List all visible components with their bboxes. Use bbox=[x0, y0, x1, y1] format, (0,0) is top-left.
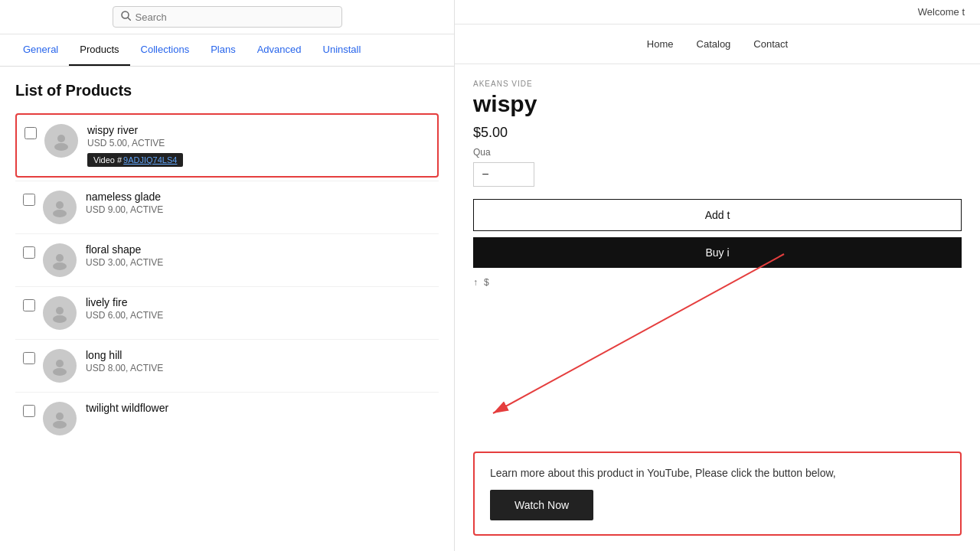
product-brand: AKEANS VIDE bbox=[473, 80, 962, 88]
svg-point-3 bbox=[54, 143, 68, 151]
svg-point-11 bbox=[53, 368, 67, 376]
search-bar bbox=[0, 0, 454, 34]
svg-point-8 bbox=[56, 307, 64, 315]
product-meta-5: USD 8.00, ACTIVE bbox=[86, 363, 431, 373]
svg-point-6 bbox=[56, 254, 64, 262]
product-item-lively-fire: lively fire USD 6.00, ACTIVE bbox=[15, 286, 439, 339]
product-checkbox-6[interactable] bbox=[23, 405, 35, 417]
quantity-control: − bbox=[473, 162, 534, 187]
products-section: List of Products wispy river USD 5.00, A… bbox=[0, 67, 454, 551]
svg-point-0 bbox=[122, 11, 129, 18]
youtube-box: Learn more about this product in YouTube… bbox=[473, 452, 962, 536]
product-name-2: nameless glade bbox=[86, 191, 431, 203]
tab-advanced[interactable]: Advanced bbox=[247, 34, 312, 66]
right-panel: Welcome t Home Catalog Contact AKEANS VI… bbox=[455, 0, 980, 551]
product-name-5: long hill bbox=[86, 349, 431, 361]
youtube-box-text: Learn more about this product in YouTube… bbox=[490, 467, 945, 479]
video-id-link-1[interactable]: 9ADJIQ74LS4 bbox=[123, 155, 177, 165]
svg-point-7 bbox=[53, 262, 67, 270]
svg-point-9 bbox=[53, 315, 67, 323]
tab-uninstall[interactable]: Uninstall bbox=[312, 34, 372, 66]
product-detail: AKEANS VIDE wispy $5.00 Qua − Add t Buy … bbox=[455, 64, 980, 452]
shop-nav: Home Catalog Contact bbox=[455, 24, 980, 64]
product-info-3: floral shape USD 3.00, ACTIVE bbox=[86, 243, 431, 268]
product-name-3: floral shape bbox=[86, 243, 431, 256]
product-item-long-hill: long hill USD 8.00, ACTIVE bbox=[15, 339, 439, 392]
product-name-4: lively fire bbox=[86, 296, 431, 308]
product-checkbox-2[interactable] bbox=[23, 194, 35, 206]
quantity-label: Qua bbox=[473, 147, 962, 158]
share-text: $ bbox=[484, 277, 489, 288]
product-checkbox-4[interactable] bbox=[23, 299, 35, 311]
video-badge-label: Video # bbox=[93, 155, 122, 165]
svg-point-5 bbox=[53, 210, 67, 217]
add-to-cart-button[interactable]: Add t bbox=[473, 199, 962, 231]
product-item-floral-shape: floral shape USD 3.00, ACTIVE bbox=[15, 233, 439, 286]
product-meta-2: USD 9.00, ACTIVE bbox=[86, 204, 431, 215]
products-title: List of Products bbox=[15, 82, 439, 99]
nav-contact[interactable]: Contact bbox=[753, 38, 788, 50]
product-avatar-1 bbox=[44, 124, 78, 158]
left-panel: General Products Collections Plans Advan… bbox=[0, 0, 455, 551]
product-detail-price: $5.00 bbox=[473, 125, 962, 141]
svg-point-2 bbox=[57, 135, 65, 142]
search-input[interactable] bbox=[136, 11, 334, 23]
nav-home[interactable]: Home bbox=[647, 38, 674, 50]
tab-collections[interactable]: Collections bbox=[130, 34, 201, 66]
search-wrapper bbox=[113, 6, 342, 28]
product-info-5: long hill USD 8.00, ACTIVE bbox=[86, 349, 431, 373]
svg-point-12 bbox=[56, 412, 64, 420]
product-name-1: wispy river bbox=[87, 124, 430, 136]
product-item-twilight-wildflower: twilight wildflower bbox=[15, 392, 439, 445]
product-meta-3: USD 3.00, ACTIVE bbox=[86, 257, 431, 268]
svg-point-4 bbox=[56, 201, 64, 209]
product-avatar-5 bbox=[43, 349, 77, 383]
svg-line-1 bbox=[128, 18, 131, 21]
product-item-wispy-river: wispy river USD 5.00, ACTIVE Video # 9AD… bbox=[15, 113, 439, 178]
tab-products[interactable]: Products bbox=[69, 34, 129, 66]
product-info-2: nameless glade USD 9.00, ACTIVE bbox=[86, 191, 431, 215]
svg-point-13 bbox=[53, 421, 67, 429]
svg-point-10 bbox=[56, 360, 64, 367]
buy-now-button[interactable]: Buy i bbox=[473, 237, 962, 268]
product-checkbox-5[interactable] bbox=[23, 352, 35, 364]
product-name-6: twilight wildflower bbox=[86, 402, 431, 414]
product-meta-1: USD 5.00, ACTIVE bbox=[87, 138, 430, 148]
product-info-1: wispy river USD 5.00, ACTIVE Video # 9AD… bbox=[87, 124, 430, 167]
video-badge-1: Video # 9ADJIQ74LS4 bbox=[87, 153, 183, 167]
product-avatar-6 bbox=[43, 402, 77, 435]
nav-catalog[interactable]: Catalog bbox=[697, 38, 731, 50]
welcome-text: Welcome t bbox=[918, 6, 965, 18]
product-meta-4: USD 6.00, ACTIVE bbox=[86, 310, 431, 321]
tab-plans[interactable]: Plans bbox=[200, 34, 247, 66]
share-row: ↑ $ bbox=[473, 277, 962, 288]
tab-general[interactable]: General bbox=[12, 34, 69, 66]
welcome-bar: Welcome t bbox=[455, 0, 980, 24]
tabs-bar: General Products Collections Plans Advan… bbox=[0, 34, 454, 67]
product-info-4: lively fire USD 6.00, ACTIVE bbox=[86, 296, 431, 321]
product-detail-name: wispy bbox=[473, 91, 962, 117]
product-avatar-4 bbox=[43, 296, 77, 330]
product-avatar-2 bbox=[43, 191, 77, 224]
share-icon: ↑ bbox=[473, 277, 478, 288]
product-item-nameless-glade: nameless glade USD 9.00, ACTIVE bbox=[15, 181, 439, 233]
product-checkbox-1[interactable] bbox=[24, 127, 37, 139]
product-checkbox-3[interactable] bbox=[23, 246, 35, 259]
quantity-decrease-button[interactable]: − bbox=[474, 163, 497, 186]
watch-now-button[interactable]: Watch Now bbox=[490, 490, 593, 520]
product-info-6: twilight wildflower bbox=[86, 402, 431, 416]
search-icon bbox=[121, 11, 131, 23]
product-avatar-3 bbox=[43, 243, 77, 277]
